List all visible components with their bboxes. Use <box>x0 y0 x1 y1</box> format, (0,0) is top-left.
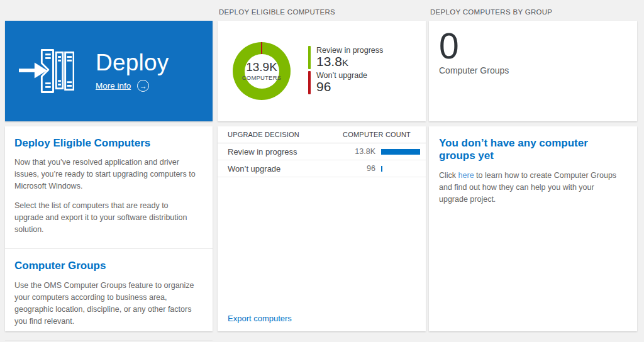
table-row[interactable]: Review in progress 13.8K <box>218 143 426 160</box>
no-groups-heading: You don’t have any computer groups yet <box>439 137 623 162</box>
section-paragraph: Select the list of computers that are re… <box>14 200 197 236</box>
deploy-dashboard: Deploy More info → Deploy Eligible Compu… <box>0 0 644 342</box>
section-heading: Computer Groups <box>14 260 197 272</box>
row-label: Review in progress <box>228 147 347 157</box>
arrow-right-circle-icon[interactable]: → <box>137 80 149 92</box>
more-info-link[interactable]: More info <box>96 81 131 91</box>
deploy-eligible-section: Deploy Eligible Computers Now that you’v… <box>5 126 213 249</box>
row-bar <box>381 166 382 172</box>
table-header-row: UPGRADE DECISION COMPUTER COUNT <box>218 126 426 143</box>
no-groups-card: You don’t have any computer groups yet C… <box>429 126 637 331</box>
column-header-upgrade-decision: UPGRADE DECISION <box>228 131 299 138</box>
row-bar-track <box>381 166 420 172</box>
group-count-label: Computer Groups <box>439 65 627 75</box>
section-heading: Deploy Eligible Computers <box>14 137 197 150</box>
donut-center-value: 13.9K <box>246 61 277 74</box>
eligible-computers-chart-card: 13.9K COMPUTERS Review in progress 13.8K… <box>218 21 426 121</box>
legend-item-review-in-progress: Review in progress 13.8K <box>308 46 383 69</box>
chart-legend: Review in progress 13.8K Won’t upgrade 9… <box>308 46 383 96</box>
donut-chart[interactable]: 13.9K COMPUTERS <box>233 42 291 100</box>
legend-item-wont-upgrade: Won’t upgrade 96 <box>308 71 383 94</box>
computer-groups-section: Computer Groups Use the OMS Computer Gro… <box>5 249 213 340</box>
row-count: 13.8K <box>347 147 375 156</box>
row-count: 96 <box>347 164 375 173</box>
no-groups-text: Click here to learn how to create Comput… <box>439 170 623 206</box>
here-link[interactable]: here <box>458 171 474 180</box>
row-bar <box>381 149 420 155</box>
deploy-tile[interactable]: Deploy More info → <box>5 21 213 121</box>
left-column: Deploy More info → Deploy Eligible Compu… <box>5 0 213 342</box>
legend-swatch-red <box>308 71 311 94</box>
row-label: Won’t upgrade <box>228 164 347 174</box>
right-column: DEPLOY COMPUTERS BY GROUP 0 Computer Gro… <box>429 0 637 342</box>
export-computers-link[interactable]: Export computers <box>228 314 292 323</box>
legend-value: 13.8K <box>316 55 383 69</box>
donut-center: 13.9K COMPUTERS <box>245 54 279 89</box>
middle-column: DEPLOY ELIGIBLE COMPUTERS 13.9K COMPUTER… <box>218 0 426 342</box>
computer-groups-count-card: 0 Computer Groups <box>429 21 637 121</box>
deploy-computers-by-group-header: DEPLOY COMPUTERS BY GROUP <box>429 0 637 21</box>
row-bar-track <box>381 149 420 155</box>
section-paragraph: Now that you’ve resolved application and… <box>14 157 197 192</box>
group-count-value: 0 <box>439 28 627 64</box>
deploy-description-card: Deploy Eligible Computers Now that you’v… <box>5 126 213 331</box>
legend-label: Review in progress <box>316 46 383 55</box>
section-paragraph: Use the OMS Computer Groups feature to o… <box>14 280 197 328</box>
deploy-arrow-servers-icon <box>19 47 74 96</box>
table-spacer <box>218 177 426 314</box>
upgrade-decision-table-card: UPGRADE DECISION COMPUTER COUNT Review i… <box>218 126 426 331</box>
tile-text: Deploy More info → <box>96 50 169 92</box>
deploy-eligible-computers-header: DEPLOY ELIGIBLE COMPUTERS <box>218 0 426 21</box>
legend-swatch-green <box>308 46 311 69</box>
table-row[interactable]: Won’t upgrade 96 <box>218 160 426 177</box>
left-column-header <box>5 0 213 21</box>
donut-center-label: COMPUTERS <box>242 74 282 81</box>
column-header-computer-count: COMPUTER COUNT <box>343 131 411 138</box>
tile-title: Deploy <box>96 50 169 76</box>
more-info-row: More info → <box>96 80 169 92</box>
legend-label: Won’t upgrade <box>316 71 367 80</box>
legend-value: 96 <box>316 80 367 94</box>
